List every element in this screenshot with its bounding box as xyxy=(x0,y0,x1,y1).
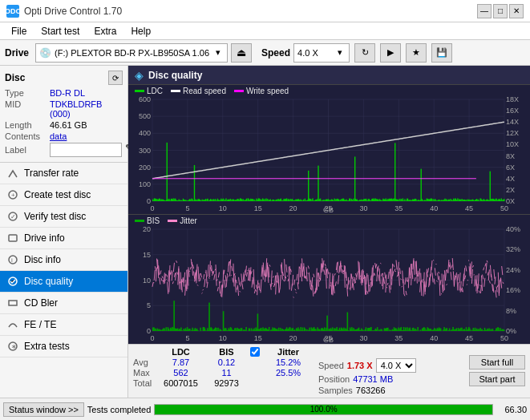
sidebar-item-disc-quality[interactable]: Disc quality xyxy=(0,271,127,293)
svg-text:i: i xyxy=(11,256,13,264)
speed-dropdown-arrow[interactable]: ▾ xyxy=(334,47,346,58)
samples-row: Samples 763266 xyxy=(318,386,416,395)
legend-bis: BIS xyxy=(135,216,160,225)
svg-point-5 xyxy=(9,256,17,264)
svg-text:✓: ✓ xyxy=(10,213,16,220)
stats-max-row: Max 562 11 25.5% xyxy=(133,368,310,378)
menu-help[interactable]: Help xyxy=(124,24,157,38)
sidebar-item-create-test-disc[interactable]: + Create test disc xyxy=(0,184,127,206)
svg-text:∗: ∗ xyxy=(11,343,17,350)
stats-table: LDC BIS Jitter Avg 7.87 0.12 15.2% xyxy=(133,347,310,388)
close-button[interactable]: ✕ xyxy=(509,4,524,18)
chart-area: ◈ Disc quality LDC Read speed Write sp xyxy=(128,66,530,398)
status-text: Tests completed xyxy=(87,405,151,414)
jitter-spacer3 xyxy=(250,378,265,388)
svg-rect-4 xyxy=(9,235,17,241)
sidebar-item-label-fe-te: FE / TE xyxy=(24,319,56,330)
jitter-spacer xyxy=(250,357,265,367)
disc-length-label: Length xyxy=(5,120,47,130)
sidebar-item-transfer-rate[interactable]: Transfer rate xyxy=(0,163,127,184)
disc-type-label: Type xyxy=(5,88,47,98)
chart-header: ◈ Disc quality xyxy=(128,66,530,85)
title-bar-left: ODC Opti Drive Control 1.70 xyxy=(6,5,122,18)
legend-ldc-color xyxy=(135,90,144,92)
start-buttons: Start full Start part xyxy=(469,355,525,386)
ldc-total: 6007015 xyxy=(159,378,203,388)
disc-contents-value[interactable]: data xyxy=(50,131,67,141)
bookmark-button[interactable]: ★ xyxy=(406,43,427,63)
sidebar-item-disc-info[interactable]: i Disc info xyxy=(0,249,127,271)
speed-label: Speed xyxy=(261,47,290,59)
samples-value: 763266 xyxy=(356,386,386,395)
legend-jitter: Jitter xyxy=(168,216,197,225)
start-full-button[interactable]: Start full xyxy=(469,355,525,370)
bis-avg: 0.12 xyxy=(204,357,249,367)
sidebar-item-label-transfer-rate: Transfer rate xyxy=(24,168,79,179)
top-legend: LDC Read speed Write speed xyxy=(135,87,289,95)
speed-selector[interactable]: 4.0 X ▾ xyxy=(293,43,350,63)
chart-title: Disc quality xyxy=(148,70,202,81)
status-bar: Status window >> Tests completed 100.0% … xyxy=(0,398,530,420)
sidebar-item-cd-bler[interactable]: CD Bler xyxy=(0,293,127,314)
drive-dropdown-arrow[interactable]: ▾ xyxy=(212,47,224,58)
ldc-max: 562 xyxy=(159,368,203,378)
menu-start-test[interactable]: Start test xyxy=(34,24,86,38)
top-chart-canvas xyxy=(128,85,530,214)
disc-contents-label: Contents xyxy=(5,131,47,141)
disc-length-value: 46.61 GB xyxy=(50,120,87,130)
sidebar-item-verify-test-disc[interactable]: ✓ Verify test disc xyxy=(0,206,127,228)
legend-write-label: Write speed xyxy=(246,87,289,95)
status-window-button[interactable]: Status window >> xyxy=(3,402,84,417)
save-button[interactable]: 💾 xyxy=(431,43,452,63)
ldc-avg: 7.87 xyxy=(159,357,203,367)
drive-selector[interactable]: 💿 (F:) PLEXTOR BD-R PX-LB950SA 1.06 ▾ xyxy=(35,43,228,63)
progress-container: Tests completed 100.0% xyxy=(87,404,493,415)
speed-unit-select[interactable]: 4.0 X 8.0 X xyxy=(376,358,416,373)
media-button[interactable]: ▶ xyxy=(380,43,401,63)
disc-info-icon: i xyxy=(6,253,19,266)
sidebar-item-extra-tests[interactable]: ∗ Extra tests xyxy=(0,336,127,357)
speed-row-value: 1.73 X xyxy=(347,361,373,370)
app-title: Opti Drive Control 1.70 xyxy=(24,6,122,17)
svg-rect-8 xyxy=(9,301,17,305)
position-label: Position xyxy=(318,374,350,384)
menu-extra[interactable]: Extra xyxy=(87,24,123,38)
maximize-button[interactable]: □ xyxy=(493,4,508,18)
legend-read-label: Read speed xyxy=(183,87,226,95)
eject-button[interactable]: ⏏ xyxy=(231,43,252,63)
disc-length-row: Length 46.61 GB xyxy=(5,120,123,130)
disc-section: Disc ⟳ Type BD-R DL MID TDKBLDRFB (000) … xyxy=(0,66,127,163)
sidebar-item-label-verify-test-disc: Verify test disc xyxy=(24,211,86,222)
jitter-checkbox[interactable] xyxy=(250,347,260,357)
position-row: Position 47731 MB xyxy=(318,374,416,384)
disc-label-label: Label xyxy=(5,145,47,155)
start-part-button[interactable]: Start part xyxy=(469,372,525,386)
disc-refresh-button[interactable]: ⟳ xyxy=(108,71,123,85)
chart-top: LDC Read speed Write speed xyxy=(128,85,530,215)
charts-container: LDC Read speed Write speed xyxy=(128,85,530,344)
progress-bar: 100.0% xyxy=(154,404,493,415)
samples-label: Samples xyxy=(318,386,353,395)
extra-tests-icon: ∗ xyxy=(6,340,19,353)
sidebar-item-fe-te[interactable]: FE / TE xyxy=(0,314,127,336)
sidebar-item-label-create-test-disc: Create test disc xyxy=(24,189,91,200)
verify-test-disc-icon: ✓ xyxy=(6,210,19,223)
minimize-button[interactable]: — xyxy=(477,4,492,18)
svg-text:+: + xyxy=(11,192,15,199)
stats-avg-row: Avg 7.87 0.12 15.2% xyxy=(133,357,310,367)
header-bis: BIS xyxy=(204,347,249,357)
disc-label-input[interactable] xyxy=(50,143,122,157)
bis-max: 11 xyxy=(204,368,249,378)
refresh-button[interactable]: ↻ xyxy=(354,43,375,63)
transfer-rate-icon xyxy=(6,167,19,180)
jitter-checkbox-container[interactable] xyxy=(250,347,265,357)
disc-header: Disc ⟳ xyxy=(5,71,123,85)
stats-total-row: Total 6007015 92973 xyxy=(133,378,310,388)
drive-info-icon xyxy=(6,232,19,244)
jitter-total xyxy=(266,378,310,388)
header-jitter: Jitter xyxy=(266,347,310,357)
sidebar-item-drive-info[interactable]: Drive info xyxy=(0,228,127,249)
total-label: Total xyxy=(133,378,157,388)
menu-file[interactable]: File xyxy=(5,24,33,38)
speed-position-area: Speed 1.73 X 4.0 X 8.0 X Position 47731 … xyxy=(318,358,416,395)
